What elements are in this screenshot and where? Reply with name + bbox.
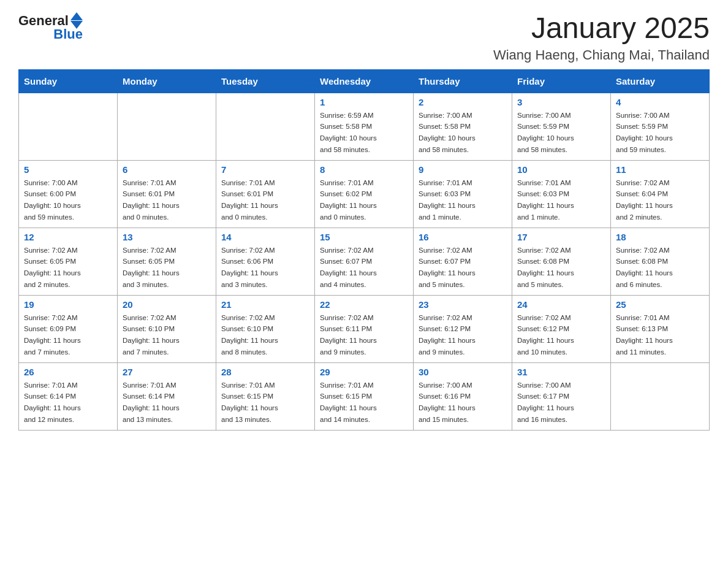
day-number: 2 (419, 97, 507, 107)
calendar-header-wednesday: Wednesday (315, 69, 414, 93)
day-number: 1 (320, 97, 408, 107)
calendar-cell: 4Sunrise: 7:00 AMSunset: 5:59 PMDaylight… (611, 93, 710, 160)
calendar-week-3: 12Sunrise: 7:02 AMSunset: 6:05 PMDayligh… (19, 228, 710, 295)
day-info: Sunrise: 6:59 AMSunset: 5:58 PMDaylight:… (320, 112, 377, 153)
calendar-week-5: 26Sunrise: 7:01 AMSunset: 6:14 PMDayligh… (19, 362, 710, 430)
calendar-header-tuesday: Tuesday (216, 69, 315, 93)
calendar-header-sunday: Sunday (19, 69, 118, 93)
day-info: Sunrise: 7:01 AMSunset: 6:14 PMDaylight:… (123, 381, 180, 423)
calendar-cell: 11Sunrise: 7:02 AMSunset: 6:04 PMDayligh… (611, 160, 710, 228)
day-info: Sunrise: 7:00 AMSunset: 6:00 PMDaylight:… (24, 179, 81, 221)
calendar-header-row: SundayMondayTuesdayWednesdayThursdayFrid… (19, 69, 710, 93)
day-number: 31 (517, 367, 605, 377)
day-info: Sunrise: 7:02 AMSunset: 6:12 PMDaylight:… (517, 314, 574, 356)
day-number: 29 (320, 367, 408, 377)
day-info: Sunrise: 7:02 AMSunset: 6:05 PMDaylight:… (123, 247, 180, 288)
day-info: Sunrise: 7:01 AMSunset: 6:01 PMDaylight:… (221, 179, 278, 221)
day-info: Sunrise: 7:01 AMSunset: 6:13 PMDaylight:… (616, 314, 673, 356)
day-number: 11 (616, 164, 704, 175)
day-number: 3 (517, 97, 605, 107)
day-number: 5 (24, 164, 112, 175)
day-number: 17 (517, 232, 605, 242)
day-info: Sunrise: 7:01 AMSunset: 6:15 PMDaylight:… (320, 381, 377, 423)
calendar-cell: 12Sunrise: 7:02 AMSunset: 6:05 PMDayligh… (19, 228, 118, 295)
day-info: Sunrise: 7:01 AMSunset: 6:15 PMDaylight:… (221, 381, 278, 423)
day-info: Sunrise: 7:02 AMSunset: 6:10 PMDaylight:… (123, 314, 180, 356)
calendar-header-saturday: Saturday (611, 69, 710, 93)
calendar-cell: 24Sunrise: 7:02 AMSunset: 6:12 PMDayligh… (512, 295, 611, 362)
calendar-table: SundayMondayTuesdayWednesdayThursdayFrid… (18, 69, 710, 431)
day-number: 14 (221, 232, 309, 242)
calendar-cell: 30Sunrise: 7:00 AMSunset: 6:16 PMDayligh… (414, 362, 512, 430)
day-info: Sunrise: 7:01 AMSunset: 6:03 PMDaylight:… (419, 179, 476, 221)
calendar-cell: 26Sunrise: 7:01 AMSunset: 6:14 PMDayligh… (19, 362, 118, 430)
calendar-cell: 7Sunrise: 7:01 AMSunset: 6:01 PMDaylight… (216, 160, 315, 228)
day-number: 25 (616, 299, 704, 310)
calendar-cell: 1Sunrise: 6:59 AMSunset: 5:58 PMDaylight… (315, 93, 414, 160)
calendar-cell: 20Sunrise: 7:02 AMSunset: 6:10 PMDayligh… (118, 295, 216, 362)
day-number: 28 (221, 367, 309, 377)
calendar-cell: 22Sunrise: 7:02 AMSunset: 6:11 PMDayligh… (315, 295, 414, 362)
calendar-cell (611, 362, 710, 430)
day-info: Sunrise: 7:01 AMSunset: 6:02 PMDaylight:… (320, 179, 377, 221)
calendar-cell: 25Sunrise: 7:01 AMSunset: 6:13 PMDayligh… (611, 295, 710, 362)
day-number: 12 (24, 232, 112, 242)
calendar-week-4: 19Sunrise: 7:02 AMSunset: 6:09 PMDayligh… (19, 295, 710, 362)
day-number: 23 (419, 299, 507, 310)
calendar-cell (19, 93, 118, 160)
calendar-cell: 31Sunrise: 7:00 AMSunset: 6:17 PMDayligh… (512, 362, 611, 430)
calendar-cell: 29Sunrise: 7:01 AMSunset: 6:15 PMDayligh… (315, 362, 414, 430)
day-number: 27 (123, 367, 211, 377)
calendar-week-2: 5Sunrise: 7:00 AMSunset: 6:00 PMDaylight… (19, 160, 710, 228)
day-number: 16 (419, 232, 507, 242)
day-number: 8 (320, 164, 408, 175)
day-number: 30 (419, 367, 507, 377)
day-number: 21 (221, 299, 309, 310)
day-info: Sunrise: 7:02 AMSunset: 6:04 PMDaylight:… (616, 179, 673, 221)
day-number: 9 (419, 164, 507, 175)
day-number: 24 (517, 299, 605, 310)
day-number: 4 (616, 97, 704, 107)
calendar-header-thursday: Thursday (414, 69, 512, 93)
day-info: Sunrise: 7:02 AMSunset: 6:07 PMDaylight:… (320, 247, 377, 288)
calendar-header-friday: Friday (512, 69, 611, 93)
day-info: Sunrise: 7:02 AMSunset: 6:07 PMDaylight:… (419, 247, 476, 288)
calendar-cell: 23Sunrise: 7:02 AMSunset: 6:12 PMDayligh… (414, 295, 512, 362)
calendar-cell: 15Sunrise: 7:02 AMSunset: 6:07 PMDayligh… (315, 228, 414, 295)
calendar-week-1: 1Sunrise: 6:59 AMSunset: 5:58 PMDaylight… (19, 93, 710, 160)
calendar-cell: 3Sunrise: 7:00 AMSunset: 5:59 PMDaylight… (512, 93, 611, 160)
day-info: Sunrise: 7:01 AMSunset: 6:01 PMDaylight:… (123, 179, 180, 221)
calendar-cell: 13Sunrise: 7:02 AMSunset: 6:05 PMDayligh… (118, 228, 216, 295)
day-number: 22 (320, 299, 408, 310)
calendar-cell: 28Sunrise: 7:01 AMSunset: 6:15 PMDayligh… (216, 362, 315, 430)
calendar-cell: 5Sunrise: 7:00 AMSunset: 6:00 PMDaylight… (19, 160, 118, 228)
day-info: Sunrise: 7:02 AMSunset: 6:05 PMDaylight:… (24, 247, 81, 288)
day-info: Sunrise: 7:00 AMSunset: 5:58 PMDaylight:… (419, 112, 476, 153)
page-header: General Blue January 2025 Wiang Haeng, C… (18, 12, 710, 63)
day-info: Sunrise: 7:02 AMSunset: 6:08 PMDaylight:… (517, 247, 574, 288)
day-info: Sunrise: 7:02 AMSunset: 6:08 PMDaylight:… (616, 247, 673, 288)
logo: General Blue (18, 12, 83, 42)
title-block: January 2025 Wiang Haeng, Chiang Mai, Th… (493, 12, 710, 63)
calendar-cell: 10Sunrise: 7:01 AMSunset: 6:03 PMDayligh… (512, 160, 611, 228)
day-info: Sunrise: 7:02 AMSunset: 6:09 PMDaylight:… (24, 314, 81, 356)
day-info: Sunrise: 7:02 AMSunset: 6:10 PMDaylight:… (221, 314, 278, 356)
day-number: 15 (320, 232, 408, 242)
day-number: 6 (123, 164, 211, 175)
day-info: Sunrise: 7:00 AMSunset: 5:59 PMDaylight:… (616, 112, 673, 153)
logo-blue-text: Blue (53, 26, 83, 42)
calendar-cell: 27Sunrise: 7:01 AMSunset: 6:14 PMDayligh… (118, 362, 216, 430)
day-info: Sunrise: 7:02 AMSunset: 6:11 PMDaylight:… (320, 314, 377, 356)
day-number: 20 (123, 299, 211, 310)
calendar-cell: 19Sunrise: 7:02 AMSunset: 6:09 PMDayligh… (19, 295, 118, 362)
calendar-cell: 14Sunrise: 7:02 AMSunset: 6:06 PMDayligh… (216, 228, 315, 295)
day-info: Sunrise: 7:02 AMSunset: 6:06 PMDaylight:… (221, 247, 278, 288)
day-number: 19 (24, 299, 112, 310)
month-title: January 2025 (493, 12, 710, 45)
day-info: Sunrise: 7:00 AMSunset: 6:16 PMDaylight:… (419, 381, 476, 423)
calendar-cell (118, 93, 216, 160)
calendar-cell: 21Sunrise: 7:02 AMSunset: 6:10 PMDayligh… (216, 295, 315, 362)
calendar-cell: 8Sunrise: 7:01 AMSunset: 6:02 PMDaylight… (315, 160, 414, 228)
day-info: Sunrise: 7:01 AMSunset: 6:14 PMDaylight:… (24, 381, 81, 423)
calendar-cell: 17Sunrise: 7:02 AMSunset: 6:08 PMDayligh… (512, 228, 611, 295)
